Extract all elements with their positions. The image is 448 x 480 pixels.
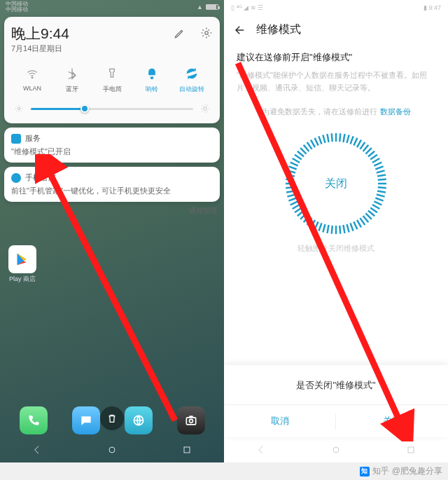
svg-point-0 bbox=[205, 32, 209, 35]
svg-line-73 bbox=[368, 151, 374, 157]
nav-recent-icon[interactable] bbox=[181, 444, 192, 455]
back-arrow-icon[interactable] bbox=[234, 24, 246, 36]
svg-line-56 bbox=[307, 142, 312, 149]
svg-line-19 bbox=[363, 216, 369, 222]
svg-line-67 bbox=[351, 137, 354, 144]
manage-notifications-link[interactable]: 通知管理 bbox=[7, 206, 217, 216]
brightness-high-icon bbox=[200, 104, 210, 114]
android-navbar bbox=[224, 437, 448, 462]
svg-line-12 bbox=[377, 195, 385, 197]
confirm-button[interactable]: 关闭 bbox=[336, 405, 448, 437]
svg-line-74 bbox=[370, 155, 377, 160]
svg-point-81 bbox=[333, 447, 339, 453]
nav-recent-icon[interactable] bbox=[405, 444, 416, 455]
svg-line-77 bbox=[375, 167, 383, 170]
svg-line-59 bbox=[318, 137, 321, 144]
svg-line-30 bbox=[323, 224, 325, 233]
page-header: 维修模式 bbox=[224, 15, 448, 44]
svg-line-41 bbox=[288, 198, 296, 201]
left-phone-notification-shade: 中国移动 中国移动 ▲ 晚上9:44 7月14日星期日 bbox=[0, 0, 224, 462]
home-app-playstore[interactable]: Play 商店 bbox=[8, 245, 36, 284]
svg-line-28 bbox=[332, 226, 332, 234]
svg-line-22 bbox=[354, 222, 357, 230]
confirm-dialog: 是否关闭"维修模式" 取消 关闭 bbox=[224, 365, 448, 437]
svg-line-46 bbox=[286, 179, 294, 180]
svg-point-6 bbox=[189, 419, 192, 423]
svg-line-14 bbox=[374, 202, 382, 205]
content-heading: 建议在送修前开启"维修模式" bbox=[237, 51, 435, 64]
svg-line-26 bbox=[340, 226, 340, 234]
dock-messages[interactable] bbox=[72, 406, 100, 434]
data-backup-link[interactable]: 数据备份 bbox=[380, 107, 411, 117]
svg-line-11 bbox=[377, 191, 386, 193]
dock-browser[interactable] bbox=[125, 406, 153, 434]
close-repair-mode-circle[interactable]: 关闭 bbox=[284, 131, 388, 236]
dock-phone[interactable] bbox=[20, 406, 48, 434]
gear-icon[interactable] bbox=[200, 27, 213, 39]
svg-line-76 bbox=[374, 163, 382, 166]
svg-line-62 bbox=[332, 133, 332, 142]
svg-line-72 bbox=[365, 148, 371, 153]
status-signal-icons: ▯ ⁴ᴳ ◢ ≋ ☰ bbox=[231, 4, 263, 11]
notification-service[interactable]: 服务 "维修模式"已开启 bbox=[4, 128, 220, 163]
phone-manager-app-icon bbox=[11, 173, 21, 183]
svg-line-48 bbox=[287, 171, 295, 173]
nav-home-icon[interactable] bbox=[330, 444, 342, 455]
svg-line-52 bbox=[295, 155, 302, 160]
service-app-icon bbox=[11, 134, 21, 144]
svg-line-18 bbox=[365, 214, 371, 219]
status-bar: ▯ ⁴ᴳ ◢ ≋ ☰ ▮ 9:47 bbox=[224, 0, 448, 15]
notification-body: 前往"手机管家"一键优化，可让手机更快更安全 bbox=[11, 186, 213, 196]
svg-line-61 bbox=[327, 134, 328, 142]
svg-line-60 bbox=[323, 135, 325, 144]
svg-line-29 bbox=[327, 225, 328, 233]
svg-line-55 bbox=[304, 145, 309, 151]
toggle-wlan[interactable]: WLAN bbox=[14, 67, 50, 94]
svg-line-51 bbox=[293, 158, 300, 163]
svg-point-3 bbox=[204, 107, 207, 111]
svg-line-24 bbox=[347, 224, 349, 233]
svg-line-47 bbox=[286, 175, 295, 177]
svg-line-49 bbox=[288, 167, 296, 170]
svg-rect-82 bbox=[408, 447, 414, 453]
svg-line-13 bbox=[375, 198, 383, 201]
svg-line-68 bbox=[354, 138, 357, 146]
toggle-flashlight[interactable]: 手电筒 bbox=[94, 67, 130, 94]
svg-line-33 bbox=[311, 220, 315, 227]
svg-line-39 bbox=[293, 205, 300, 209]
svg-line-58 bbox=[315, 138, 318, 146]
svg-line-21 bbox=[357, 220, 361, 227]
watermark: 知 知乎 @肥兔趣分享 bbox=[360, 465, 442, 477]
svg-point-2 bbox=[18, 107, 20, 110]
brightness-slider-row bbox=[14, 104, 210, 114]
dialog-title: 是否关闭"维修模式" bbox=[224, 379, 448, 392]
brightness-slider[interactable] bbox=[31, 108, 193, 110]
panel-time: 晚上9:44 bbox=[11, 24, 69, 43]
svg-line-25 bbox=[343, 225, 344, 233]
svg-line-75 bbox=[372, 158, 379, 163]
svg-line-44 bbox=[286, 187, 294, 188]
nav-back-icon[interactable] bbox=[31, 444, 43, 455]
toggle-bluetooth[interactable]: 蓝牙 bbox=[54, 67, 90, 94]
svg-line-40 bbox=[290, 202, 298, 205]
dock-camera[interactable] bbox=[177, 406, 205, 434]
cancel-button[interactable]: 取消 bbox=[224, 405, 336, 437]
toggle-autorotate[interactable]: 自动旋转 bbox=[174, 67, 210, 94]
svg-line-32 bbox=[315, 222, 318, 230]
battery-icon bbox=[206, 4, 218, 10]
edit-icon[interactable] bbox=[174, 27, 186, 39]
nav-back-icon[interactable] bbox=[255, 444, 267, 455]
status-time: 9:47 bbox=[428, 4, 441, 11]
quick-toggles-row: WLAN 蓝牙 手电筒 响铃 自动旋转 bbox=[14, 67, 210, 94]
circle-hint: 轻触图片关闭维修模式 bbox=[237, 243, 435, 254]
nav-home-icon[interactable] bbox=[106, 444, 118, 455]
svg-line-42 bbox=[287, 195, 295, 197]
svg-line-16 bbox=[370, 208, 377, 213]
svg-line-50 bbox=[290, 163, 298, 166]
notification-phone-manager[interactable]: 手机管家 前往"手机管家"一键优化，可让手机更快更安全 bbox=[4, 167, 220, 202]
svg-line-71 bbox=[363, 145, 369, 151]
toggle-sound[interactable]: 响铃 bbox=[134, 67, 170, 94]
signal-icon: ▲ bbox=[197, 4, 203, 11]
status-bar: 中国移动 中国移动 ▲ bbox=[0, 0, 224, 14]
svg-line-54 bbox=[300, 148, 306, 153]
